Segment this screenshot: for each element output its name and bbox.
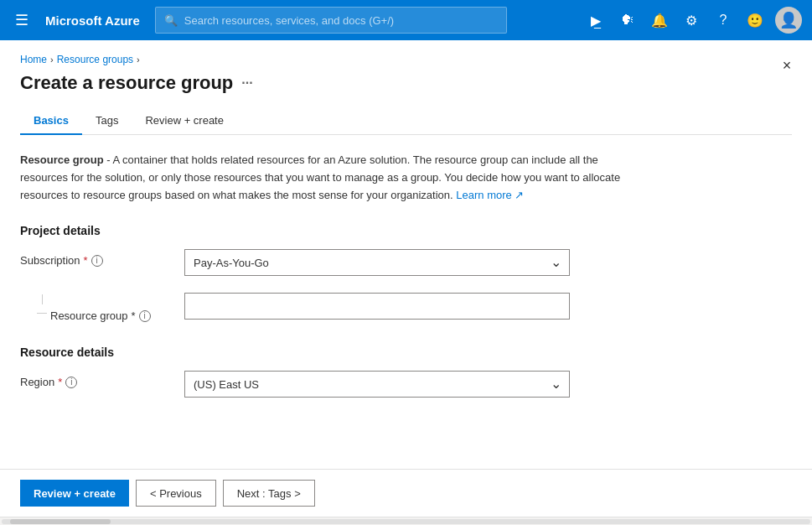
panel-footer: Review + create < Previous Next : Tags > — [0, 469, 812, 517]
feedback-icon[interactable]: 🗣 — [613, 5, 643, 35]
tab-bar: Basics Tags Review + create — [20, 107, 792, 135]
resource-group-label: Resource group * i — [50, 304, 151, 322]
topbar: ☰ Microsoft Azure 🔍 ▶̲ 🗣 🔔 ⚙ ? 🙂 👤 — [0, 0, 812, 40]
region-row: Region * i (US) East US (US) West US (Eu… — [20, 371, 792, 398]
panel-header: Home › Resource groups › Create a resour… — [0, 40, 812, 135]
settings-icon[interactable]: ⚙ — [676, 5, 706, 35]
topbar-icon-group: ▶̲ 🗣 🔔 ⚙ ? 🙂 👤 — [581, 5, 802, 35]
subscription-info-icon[interactable]: i — [91, 255, 103, 267]
close-button[interactable]: × — [775, 54, 799, 77]
cloud-shell-icon[interactable]: ▶̲ — [581, 5, 611, 35]
resource-group-label-text: Resource group — [50, 309, 128, 322]
breadcrumb-home[interactable]: Home — [20, 54, 47, 65]
user-avatar[interactable]: 👤 — [775, 7, 802, 34]
help-icon[interactable]: ? — [708, 5, 738, 35]
resource-details-heading: Resource details — [20, 346, 792, 359]
description-text: Resource group - A container that holds … — [20, 152, 623, 204]
scrollbar-track — [2, 519, 810, 524]
breadcrumb-sep-1: › — [50, 55, 54, 65]
review-create-button[interactable]: Review + create — [20, 480, 129, 507]
scrollbar-thumb — [10, 519, 111, 524]
smiley-icon[interactable]: 🙂 — [740, 5, 770, 35]
create-panel: Home › Resource groups › Create a resour… — [0, 40, 812, 525]
description-content: - A container that holds related resourc… — [20, 153, 620, 201]
project-details-heading: Project details — [20, 224, 792, 237]
search-input[interactable] — [184, 14, 498, 27]
breadcrumb-sep-2: › — [137, 55, 140, 65]
region-label-text: Region — [20, 376, 54, 388]
more-options-button[interactable]: ··· — [241, 75, 252, 91]
previous-button[interactable]: < Previous — [136, 480, 216, 507]
search-icon: 🔍 — [164, 14, 178, 27]
region-required-star: * — [58, 376, 62, 388]
resource-group-input[interactable] — [184, 293, 570, 320]
subscription-select-wrapper: Pay-As-You-Go Free Trial Visual Studio — [184, 249, 570, 276]
description-bold: Resource group — [20, 153, 104, 166]
subscription-label-text: Subscription — [20, 254, 80, 267]
horizontal-scrollbar[interactable] — [0, 517, 812, 525]
breadcrumb: Home › Resource groups › — [20, 54, 792, 65]
indent-connector: Resource group * i — [20, 289, 171, 322]
panel-body: Resource group - A container that holds … — [0, 135, 812, 469]
tab-review-create[interactable]: Review + create — [132, 107, 237, 135]
subscription-required-star: * — [84, 254, 88, 267]
resource-group-required-star: * — [132, 309, 136, 322]
region-info-icon[interactable]: i — [65, 377, 77, 388]
learn-more-link[interactable]: Learn more ↗ — [456, 189, 524, 201]
resource-group-control — [184, 293, 570, 320]
subscription-label: Subscription * i — [20, 249, 171, 267]
hamburger-menu[interactable]: ☰ — [10, 6, 34, 34]
subscription-select[interactable]: Pay-As-You-Go Free Trial Visual Studio — [184, 249, 570, 276]
main-wrapper: Home › Resource groups › Create a resour… — [0, 40, 812, 525]
breadcrumb-resource-groups[interactable]: Resource groups — [57, 54, 133, 65]
next-tags-button[interactable]: Next : Tags > — [223, 480, 315, 507]
region-select[interactable]: (US) East US (US) West US (Europe) West … — [184, 371, 570, 398]
resource-group-info-icon[interactable]: i — [139, 310, 151, 322]
external-link-icon: ↗ — [515, 189, 524, 201]
project-details-section: Project details Subscription * i Pay-As-… — [20, 224, 792, 322]
tab-basics[interactable]: Basics — [20, 107, 82, 135]
page-title-text: Create a resource group — [20, 72, 233, 94]
notifications-icon[interactable]: 🔔 — [644, 5, 675, 35]
subscription-row: Subscription * i Pay-As-You-Go Free Tria… — [20, 249, 792, 276]
region-select-wrapper: (US) East US (US) West US (Europe) West … — [184, 371, 570, 398]
region-control: (US) East US (US) West US (Europe) West … — [184, 371, 570, 398]
resource-details-section: Resource details Region * i (US) East US… — [20, 346, 792, 398]
tab-tags[interactable]: Tags — [82, 107, 132, 135]
page-title-row: Create a resource group ··· — [20, 72, 792, 94]
app-title: Microsoft Azure — [45, 13, 140, 28]
resource-group-row: Resource group * i — [20, 289, 792, 322]
search-bar[interactable]: 🔍 — [155, 7, 507, 34]
subscription-control: Pay-As-You-Go Free Trial Visual Studio — [184, 249, 570, 276]
region-label: Region * i — [20, 371, 171, 388]
